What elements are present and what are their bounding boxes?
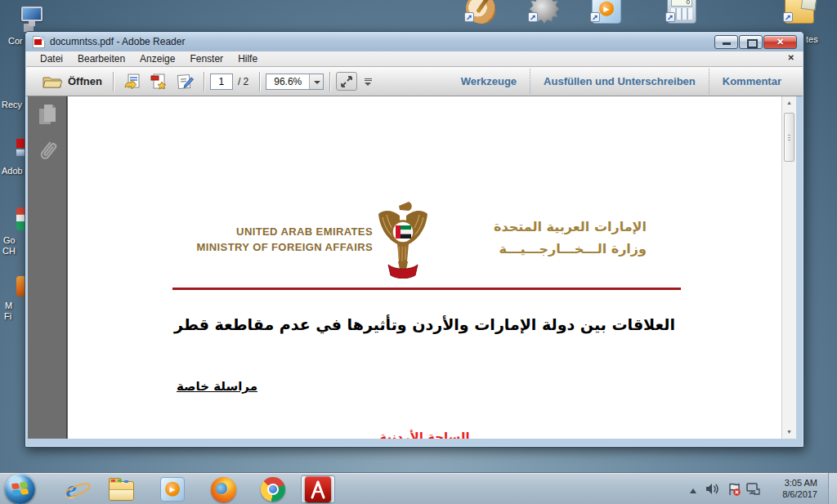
document-view: UNITED ARAB EMIRATES MINISTRY OF FOREIGN…: [28, 96, 796, 439]
navigation-pane: [28, 96, 67, 439]
show-hidden-icons-button[interactable]: [690, 485, 696, 493]
adobe-shortcut-icon-sliver2: [16, 149, 25, 156]
desktop-icon-media-player[interactable]: ➚: [592, 0, 621, 24]
taskbar-clock[interactable]: 3:05 AM 8/6/2017: [782, 477, 817, 500]
taskbar-chrome[interactable]: [256, 475, 290, 503]
chrome-icon: [261, 477, 285, 502]
clock-time: 3:05 AM: [782, 477, 817, 488]
toolbar: Öffnen: [26, 67, 803, 96]
minimize-button[interactable]: [714, 35, 738, 49]
shortcut-arrow-icon: ➚: [783, 12, 793, 22]
resize-arrows-icon: [340, 75, 353, 88]
toolbar-overflow-button[interactable]: [362, 74, 375, 90]
letterhead-en-line2: MINISTRY OF FOREIGN AFFAIRS: [68, 239, 373, 255]
scrollbar-thumb[interactable]: [784, 113, 794, 162]
start-button[interactable]: [5, 474, 35, 504]
document-heading-arabic: العلاقات بين دولة الإمارات والأردن وتأثي…: [68, 315, 781, 333]
letterhead-divider-line: [172, 288, 681, 290]
network-icon[interactable]: [746, 483, 760, 495]
close-button[interactable]: [763, 35, 797, 49]
shortcut-arrow-icon: ➚: [590, 12, 600, 22]
shortcut-arrow-icon: ➚: [464, 12, 474, 22]
firefox-shortcut-icon-sliver[interactable]: [16, 276, 25, 297]
comment-panel-button[interactable]: Kommentar: [709, 69, 794, 94]
attachments-paperclip-icon[interactable]: [32, 135, 64, 167]
sign-document-icon: [176, 73, 194, 91]
menubar-close-icon[interactable]: ✕: [788, 53, 794, 62]
chrome-shortcut-icon-sliver[interactable]: [16, 207, 25, 230]
create-pdf-button[interactable]: [148, 71, 169, 92]
letterhead-english: UNITED ARAB EMIRATES MINISTRY OF FOREIGN…: [68, 224, 373, 255]
media-player-icon: [160, 477, 185, 502]
clipped-red-heading: الساحة الأردنية: [68, 430, 781, 439]
taskbar-internet-explorer[interactable]: e: [54, 475, 88, 503]
taskbar-explorer[interactable]: [104, 475, 138, 503]
action-center-flag-icon[interactable]: [727, 483, 741, 496]
zoom-combo[interactable]: 96.6%: [266, 74, 324, 90]
chrome-label-line1[interactable]: Go: [3, 235, 16, 245]
letterhead-ar-line1: الإمارات العربية المتحدة: [434, 216, 647, 238]
desktop-icon-label-partial[interactable]: tes: [806, 34, 818, 44]
menu-bar: Datei Bearbeiten Anzeige Fenster Hilfe ✕: [26, 51, 803, 67]
scroll-up-button[interactable]: ▲: [782, 96, 796, 109]
fill-sign-panel-button[interactable]: Ausfüllen und Unterschreiben: [530, 69, 709, 94]
zoom-dropdown-button[interactable]: [309, 74, 323, 89]
shortcut-arrow-icon: ➚: [528, 12, 538, 22]
toolbar-right-panels: Werkzeuge Ausfüllen und Unterschreiben K…: [448, 67, 794, 96]
menu-fenster[interactable]: Fenster: [182, 51, 231, 66]
show-desktop-button[interactable]: [828, 473, 837, 504]
taskbar-firefox[interactable]: [206, 475, 240, 503]
recycle-bin-label[interactable]: Recy: [2, 100, 22, 109]
desktop-icon-documents[interactable]: ➚: [785, 0, 814, 24]
pdf-file-icon: [33, 36, 45, 48]
page-thumbnails-icon[interactable]: [37, 103, 58, 127]
share-file-button[interactable]: [122, 71, 143, 92]
desktop-icon-paint[interactable]: ➚: [466, 0, 495, 24]
desktop: ➚ ➚ ➚ ➚ ➚ tes Cor Recy Adob Go CH M Fi d…: [0, 0, 837, 504]
taskbar-media-player[interactable]: [155, 475, 190, 503]
taskbar-adobe-reader-active[interactable]: [301, 475, 335, 503]
open-button[interactable]: Öffnen: [38, 73, 107, 91]
maximize-button[interactable]: [739, 35, 763, 49]
adobe-shortcut-icon-sliver[interactable]: [16, 139, 25, 148]
pdf-page: UNITED ARAB EMIRATES MINISTRY OF FOREIGN…: [68, 96, 781, 439]
taskbar: e: [0, 472, 837, 504]
desktop-icon-gear[interactable]: ➚: [530, 0, 559, 24]
open-button-label: Öffnen: [68, 75, 102, 87]
tools-panel-button[interactable]: Werkzeuge: [448, 69, 530, 94]
create-pdf-icon: [150, 73, 168, 91]
desktop-icon-calculator[interactable]: ➚: [667, 0, 696, 24]
desktop-icon-computer[interactable]: [20, 5, 46, 29]
firefox-icon: [211, 477, 236, 502]
zoom-level-value[interactable]: 96.6%: [266, 74, 309, 89]
page-number-input[interactable]: [210, 74, 233, 90]
fit-window-button[interactable]: [336, 72, 357, 91]
menu-anzeige[interactable]: Anzeige: [132, 51, 182, 66]
firefox-label-line1[interactable]: M: [5, 301, 12, 310]
menu-bearbeiten[interactable]: Bearbeiten: [70, 51, 132, 66]
menu-hilfe[interactable]: Hilfe: [231, 51, 265, 66]
computer-label[interactable]: Cor: [8, 36, 23, 46]
window-title: documntss.pdf - Adobe Reader: [50, 36, 185, 47]
adobe-reader-window: documntss.pdf - Adobe Reader Datei Bearb…: [25, 31, 804, 448]
uae-falcon-emblem: [377, 201, 429, 279]
internet-explorer-icon: e: [65, 478, 76, 501]
share-file-icon: [123, 73, 141, 91]
windows-logo-icon: [11, 482, 29, 496]
volume-icon[interactable]: [705, 483, 719, 495]
firefox-label-line2[interactable]: Fi: [4, 311, 11, 321]
chrome-label-line2[interactable]: CH: [2, 246, 16, 256]
scroll-down-button[interactable]: ▼: [782, 426, 796, 439]
clock-date: 8/6/2017: [782, 488, 817, 500]
adobe-label[interactable]: Adob: [2, 166, 23, 176]
menu-datei[interactable]: Datei: [33, 51, 70, 66]
document-subheading-arabic: مراسلة خاصة: [177, 379, 257, 394]
shortcut-arrow-icon: ➚: [665, 12, 675, 22]
letterhead-en-line1: UNITED ARAB EMIRATES: [68, 224, 373, 239]
vertical-scrollbar[interactable]: ▲ ▼: [781, 96, 796, 439]
computer-monitor-icon: [21, 7, 43, 21]
sign-document-button[interactable]: [174, 71, 195, 92]
folder-open-icon: [43, 74, 62, 89]
title-bar[interactable]: documntss.pdf - Adobe Reader: [25, 32, 803, 51]
letterhead-ar-line2: وزارة الـــخـــارجـــيـــة: [434, 238, 647, 260]
